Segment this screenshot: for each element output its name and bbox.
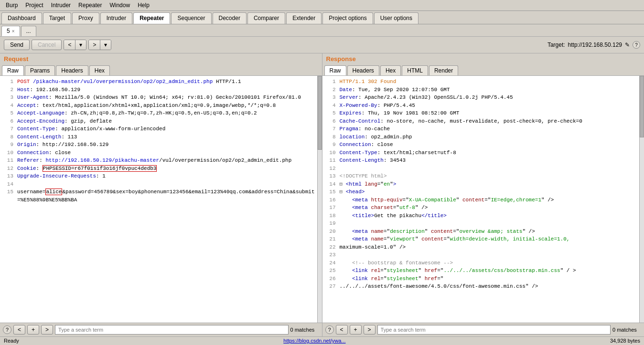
res-line-25: 25 <link rel="stylesheet" href="../../..…	[324, 267, 643, 275]
response-search-input[interactable]	[377, 325, 611, 335]
response-matches: 0 matches	[612, 327, 641, 333]
menu-repeater[interactable]: Repeater	[75, 1, 106, 10]
res-line-19: 19	[324, 220, 643, 228]
res-line-20: 20 <meta name="description" content="ove…	[324, 228, 643, 236]
request-matches: 0 matches	[290, 327, 319, 333]
res-line-26: 26 <link rel="stylesheet" href="	[324, 275, 643, 283]
repeater-tab-more[interactable]: ...	[21, 26, 36, 36]
tab-sequencer[interactable]: Sequencer	[171, 12, 211, 24]
request-tabs: Raw Params Headers Hex	[0, 64, 322, 76]
req-line-12: 12 Cookie: PHPSESSID=r67f01s1f3o16jf0vpu…	[2, 165, 320, 173]
response-search-prev[interactable]: <	[336, 325, 348, 335]
edit-icon[interactable]: ✎	[625, 42, 630, 48]
request-tab-params[interactable]: Params	[25, 65, 55, 75]
response-scrollbar[interactable]	[639, 76, 644, 323]
response-tab-hex[interactable]: Hex	[380, 65, 401, 75]
response-tab-html[interactable]: HTML	[402, 65, 428, 75]
request-scrollbar-thumb[interactable]	[318, 76, 322, 150]
status-bytes: 34,928 bytes	[610, 338, 640, 344]
res-line-8: 8 location: op2_admin.php	[324, 133, 643, 141]
res-line-4: 4 X-Powered-By: PHP/5.4.45	[324, 102, 643, 110]
tab-comparer[interactable]: Comparer	[247, 12, 285, 24]
forward-button[interactable]: >	[89, 40, 100, 50]
status-ready: Ready	[4, 338, 19, 344]
response-search-next[interactable]: >	[364, 325, 376, 335]
res-line-3: 3 Server: Apache/2.4.23 (Win32) OpenSSL/…	[324, 94, 643, 102]
response-tab-render[interactable]: Render	[429, 65, 458, 75]
tab-repeater[interactable]: Repeater	[133, 12, 170, 24]
request-search-next-plus[interactable]: +	[27, 325, 39, 335]
status-url: https://blog.csdn.net/ywa...	[283, 338, 345, 344]
back-dropdown-button[interactable]: ▾	[75, 40, 86, 50]
send-button[interactable]: Send	[4, 40, 30, 50]
menu-project[interactable]: Project	[21, 1, 47, 10]
res-line-21: 21 <meta name="viewport" content="width=…	[324, 235, 643, 243]
response-help-button[interactable]: ?	[325, 325, 334, 334]
tab-project-options[interactable]: Project options	[322, 12, 373, 24]
req-line-1: 1 POST /pikachu-master/vul/overpermissio…	[2, 78, 320, 86]
help-icon[interactable]: ?	[633, 41, 640, 49]
res-line-22: 22 maximum-scale=1.0" />	[324, 243, 643, 251]
request-tab-headers[interactable]: Headers	[56, 65, 88, 75]
response-tab-headers[interactable]: Headers	[347, 65, 379, 75]
request-search-next[interactable]: >	[41, 325, 53, 335]
tab-close-icon[interactable]: ×	[12, 29, 15, 34]
request-tab-hex[interactable]: Hex	[89, 65, 110, 75]
main-content: Request Raw Params Headers Hex 1 POST /p…	[0, 53, 644, 336]
response-search-next-plus[interactable]: +	[350, 325, 362, 335]
request-tab-raw[interactable]: Raw	[2, 65, 24, 75]
res-line-1: 1 HTTP/1.1 302 Found	[324, 78, 643, 86]
res-line-16: 16 <meta http-equiv="X-UA-Compatible" co…	[324, 196, 643, 204]
request-search-prev[interactable]: <	[13, 325, 25, 335]
res-line-11: 11 Content-Length: 34543	[324, 157, 643, 165]
menu-bar: Burp Project Intruder Repeater Window He…	[0, 0, 644, 11]
menu-help[interactable]: Help	[134, 1, 153, 10]
res-line-13: 13 <!DOCTYPE html>	[324, 172, 643, 180]
res-line-23: 23	[324, 251, 643, 259]
res-line-7: 7 Pragma: no-cache	[324, 125, 643, 133]
res-line-14: 14 ⊟ <html lang="en">	[324, 180, 643, 188]
request-search-input[interactable]	[55, 325, 288, 335]
menu-intruder[interactable]: Intruder	[47, 1, 75, 10]
req-line-6: 6 Accept-Encoding: gzip, deflate	[2, 117, 320, 125]
toolbar: Send Cancel < ▾ > ▾ Target: http://192.1…	[0, 37, 644, 53]
status-bar: Ready https://blog.csdn.net/ywa... 34,92…	[0, 336, 644, 345]
tab-extender[interactable]: Extender	[286, 12, 322, 24]
res-line-24: 24 <!-- bootstrap & fontawesome -->	[324, 259, 643, 267]
menu-burp[interactable]: Burp	[2, 1, 21, 10]
response-scrollbar-thumb[interactable]	[640, 76, 644, 137]
tab-intruder[interactable]: Intruder	[100, 12, 132, 24]
res-line-2: 2 Date: Tue, 29 Sep 2020 12:07:50 GMT	[324, 86, 643, 94]
req-line-13: 13 Upgrade-Insecure-Requests: 1	[2, 172, 320, 180]
req-line-2: 2 Host: 192.168.50.129	[2, 86, 320, 94]
tab-proxy[interactable]: Proxy	[72, 12, 99, 24]
target-label: Target:	[547, 42, 565, 48]
request-search-bar: ? < + > 0 matches	[0, 323, 322, 336]
response-tabs: Raw Headers Hex HTML Render	[322, 64, 644, 76]
tab-user-options[interactable]: User options	[374, 12, 419, 24]
req-line-7: 7 Content-Type: application/x-www-form-u…	[2, 125, 320, 133]
request-help-button[interactable]: ?	[3, 325, 11, 334]
back-button[interactable]: <	[64, 40, 75, 50]
response-code-area[interactable]: 1 HTTP/1.1 302 Found 2 Date: Tue, 29 Sep…	[322, 76, 644, 323]
target-info: Target: http://192.168.50.129 ✎ ?	[547, 41, 640, 49]
request-panel: Request Raw Params Headers Hex 1 POST /p…	[0, 53, 322, 336]
request-scrollbar[interactable]	[317, 76, 322, 323]
res-line-27: 27 ../../../assets/font-awesome/4.5.0/cs…	[324, 282, 643, 291]
response-tab-raw[interactable]: Raw	[324, 65, 346, 75]
req-line-8: 8 Content-Length: 113	[2, 133, 320, 141]
menu-window[interactable]: Window	[106, 1, 134, 10]
tab-decoder[interactable]: Decoder	[213, 12, 247, 24]
forward-dropdown-button[interactable]: ▾	[100, 40, 111, 50]
res-line-12: 12	[324, 165, 643, 173]
cancel-button[interactable]: Cancel	[32, 40, 62, 50]
res-line-6: 6 Cache-Control: no-store, no-cache, mus…	[324, 117, 643, 125]
res-line-17: 17 <meta charset="utf-8" />	[324, 204, 643, 212]
res-line-9: 9 Connection: close	[324, 141, 643, 149]
response-search-bar: ? < + > 0 matches	[322, 323, 644, 336]
repeater-tab-5[interactable]: 5 ×	[1, 26, 20, 36]
tab-target[interactable]: Target	[43, 12, 71, 24]
tab-dashboard[interactable]: Dashboard	[1, 12, 42, 24]
target-url: http://192.168.50.129	[568, 42, 622, 48]
request-code-area[interactable]: 1 POST /pikachu-master/vul/overpermissio…	[0, 76, 322, 323]
